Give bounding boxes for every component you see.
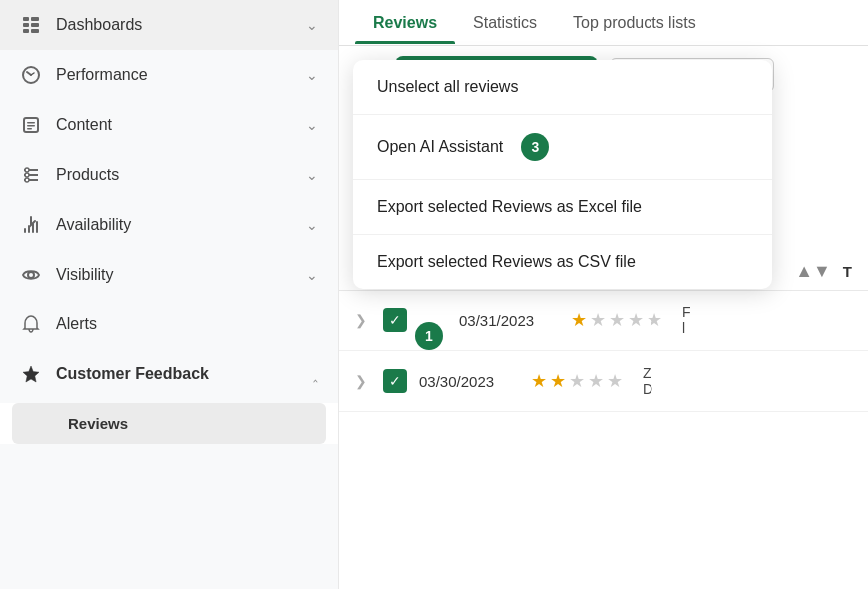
svg-rect-3 (31, 17, 39, 21)
svg-point-16 (25, 178, 29, 182)
svg-rect-17 (24, 228, 26, 233)
star-3: ★ (609, 309, 625, 331)
visibility-icon (20, 264, 42, 286)
dropdown-item-unselect-label: Unselect all reviews (377, 78, 518, 96)
svg-rect-5 (31, 29, 39, 33)
sidebar-item-dashboards-label: Dashboards (56, 16, 142, 34)
table-header-col-t: T (843, 263, 852, 280)
svg-point-21 (28, 272, 34, 278)
visibility-chevron-icon: ⌄ (306, 267, 318, 283)
reviews-table: ▲▼ T ❯ ✓ 1 03/31/2023 ★ ★ ★ ★ ★ Fl ❯ ✓ 0… (339, 253, 868, 589)
svg-rect-9 (27, 125, 35, 127)
svg-rect-4 (31, 23, 39, 27)
performance-icon (20, 64, 42, 86)
sidebar-item-alerts-label: Alerts (56, 315, 97, 333)
sort-icon[interactable]: ▲▼ (795, 261, 831, 282)
sidebar-item-alerts[interactable]: Alerts (0, 299, 338, 349)
main-content: Reviews Statistics Top products lists 2 … (339, 0, 868, 589)
customer-feedback-icon (20, 363, 42, 385)
svg-point-14 (25, 168, 29, 172)
tab-reviews[interactable]: Reviews (355, 2, 455, 44)
sidebar-item-content[interactable]: Content ⌄ (0, 100, 338, 150)
sidebar-item-performance-label: Performance (56, 66, 148, 84)
svg-rect-2 (23, 29, 29, 33)
ai-assistant-badge: 3 (521, 133, 549, 161)
products-chevron-icon: ⌄ (306, 167, 318, 183)
row-checkbox[interactable]: ✓ (383, 369, 407, 393)
availability-icon (20, 214, 42, 236)
performance-chevron-icon: ⌄ (306, 67, 318, 83)
svg-rect-1 (23, 23, 29, 27)
actions-dropdown: Unselect all reviews Open AI Assistant 3… (353, 60, 772, 289)
star-1: ★ (571, 309, 587, 331)
sidebar-submenu: Reviews (0, 403, 338, 444)
star-1: ★ (531, 370, 547, 392)
products-icon (20, 164, 42, 186)
dropdown-item-excel-label: Export selected Reviews as Excel file (377, 198, 642, 216)
star-rating: ★ ★ ★ ★ ★ (571, 309, 662, 331)
dashboards-chevron-icon: ⌄ (306, 17, 318, 33)
row-checkbox[interactable]: ✓ (383, 308, 407, 332)
svg-rect-19 (32, 223, 34, 233)
sidebar-item-products-label: Products (56, 166, 119, 184)
dashboards-icon (20, 14, 42, 36)
sidebar-subitem-reviews[interactable]: Reviews (12, 403, 326, 444)
star-3: ★ (569, 370, 585, 392)
step-badge-1: 1 (415, 322, 443, 350)
dropdown-item-csv-label: Export selected Reviews as CSV file (377, 253, 636, 271)
star-4: ★ (628, 309, 644, 331)
tab-bar: Reviews Statistics Top products lists (339, 0, 868, 46)
customer-feedback-chevron-icon: ‸ (313, 366, 318, 382)
availability-chevron-icon: ⌄ (306, 217, 318, 233)
sidebar-item-visibility-label: Visibility (56, 266, 114, 284)
content-chevron-icon: ⌄ (306, 117, 318, 133)
svg-point-15 (25, 173, 29, 177)
table-row[interactable]: ❯ ✓ 1 03/31/2023 ★ ★ ★ ★ ★ Fl (339, 291, 868, 351)
tab-top-products-lists[interactable]: Top products lists (555, 2, 714, 44)
sidebar-item-visibility[interactable]: Visibility ⌄ (0, 250, 338, 299)
star-rating: ★ ★ ★ ★ ★ (531, 370, 623, 392)
row-expand-chevron[interactable]: ❯ (355, 312, 367, 328)
sidebar-item-performance[interactable]: Performance ⌄ (0, 50, 338, 100)
sidebar-item-products[interactable]: Products ⌄ (0, 150, 338, 200)
star-2: ★ (550, 370, 566, 392)
row-date: 03/31/2023 (459, 312, 559, 329)
row-preview-text: ZD (643, 365, 852, 397)
svg-rect-10 (27, 128, 32, 130)
star-2: ★ (590, 309, 606, 331)
sidebar: Dashboards ⌄ Performance ⌄ (0, 0, 339, 589)
svg-rect-18 (28, 225, 30, 233)
sidebar-item-customer-feedback[interactable]: Customer Feedback ‸ (0, 349, 338, 399)
content-icon (20, 114, 42, 136)
sidebar-item-dashboards[interactable]: Dashboards ⌄ (0, 0, 338, 50)
table-row[interactable]: ❯ ✓ 03/30/2023 ★ ★ ★ ★ ★ ZD (339, 351, 868, 412)
alerts-icon (20, 313, 42, 335)
dropdown-item-export-csv[interactable]: Export selected Reviews as CSV file (353, 235, 772, 289)
row-date: 03/30/2023 (419, 373, 519, 390)
svg-rect-8 (27, 122, 35, 124)
tab-statistics[interactable]: Statistics (455, 2, 555, 44)
sidebar-item-content-label: Content (56, 116, 112, 134)
svg-rect-20 (36, 221, 38, 233)
sidebar-item-availability-label: Availability (56, 216, 131, 234)
star-5: ★ (647, 309, 662, 331)
row-expand-chevron[interactable]: ❯ (355, 373, 367, 389)
row-preview-text: Fl (682, 304, 852, 336)
svg-rect-0 (23, 17, 29, 21)
star-5: ★ (607, 370, 623, 392)
dropdown-item-unselect[interactable]: Unselect all reviews (353, 60, 772, 115)
dropdown-item-ai-label: Open AI Assistant (377, 138, 503, 156)
sidebar-item-availability[interactable]: Availability ⌄ (0, 200, 338, 250)
dropdown-item-export-excel[interactable]: Export selected Reviews as Excel file (353, 180, 772, 235)
sidebar-item-customer-feedback-label: Customer Feedback (56, 365, 209, 383)
star-4: ★ (588, 370, 604, 392)
dropdown-item-ai-assistant[interactable]: Open AI Assistant 3 (353, 115, 772, 180)
